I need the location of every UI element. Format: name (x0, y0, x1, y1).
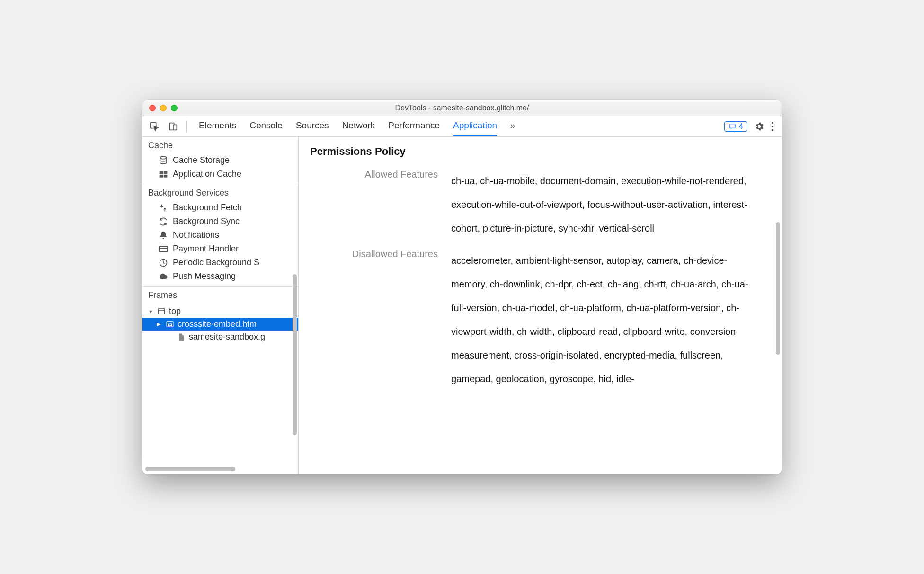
tab-console[interactable]: Console (249, 117, 283, 136)
database-icon (159, 156, 168, 165)
frame-label: samesite-sandbox.g (189, 332, 265, 342)
cache-title: Cache (142, 137, 298, 153)
chevron-down-icon: ▼ (148, 309, 154, 314)
sidebar-item-label: Application Cache (173, 169, 241, 179)
main-panel: Permissions Policy Allowed Features ch-u… (299, 137, 782, 474)
disallowed-label: Disallowed Features (310, 249, 438, 391)
sidebar-item-periodic[interactable]: Periodic Background S (142, 256, 298, 269)
card-icon (159, 244, 168, 254)
disallowed-row: Disallowed Features accelerometer, ambie… (310, 249, 763, 391)
svg-point-7 (160, 156, 166, 159)
sidebar-item-cache-storage[interactable]: Cache Storage (142, 153, 298, 167)
tab-elements[interactable]: Elements (199, 117, 236, 136)
more-tabs-button[interactable]: » (510, 117, 515, 136)
vertical-scrollbar-main[interactable] (776, 222, 780, 355)
grid-icon (159, 170, 168, 179)
close-window-button[interactable] (149, 105, 156, 111)
page-title: Permissions Policy (310, 145, 763, 158)
sidebar-item-label: Push Messaging (173, 271, 236, 281)
horizontal-scrollbar[interactable] (145, 467, 235, 471)
svg-rect-12 (160, 246, 168, 252)
sidebar-item-push[interactable]: Push Messaging (142, 269, 298, 283)
bg-group: Background Services Background Fetch Bac… (142, 184, 298, 287)
sync-icon (159, 217, 168, 226)
allowed-value: ch-ua, ch-ua-mobile, document-domain, ex… (451, 169, 763, 240)
fetch-icon (159, 203, 168, 213)
tab-network[interactable]: Network (342, 117, 375, 136)
cloud-icon (159, 272, 168, 281)
settings-icon[interactable] (754, 121, 764, 132)
sidebar: Cache Cache Storage Application Cache Ba… (142, 137, 299, 474)
tab-performance[interactable]: Performance (388, 117, 440, 136)
allowed-label: Allowed Features (310, 169, 438, 240)
frame-doc[interactable]: samesite-sandbox.g (142, 331, 298, 343)
svg-point-5 (772, 125, 773, 127)
bell-icon (159, 231, 168, 240)
minimize-window-button[interactable] (160, 105, 167, 111)
svg-rect-9 (164, 171, 168, 174)
content: Cache Cache Storage Application Cache Ba… (142, 137, 782, 474)
maximize-window-button[interactable] (171, 105, 178, 111)
window-title: DevTools - samesite-sandbox.glitch.me/ (142, 104, 782, 112)
tab-sources[interactable]: Sources (296, 117, 329, 136)
separator (186, 121, 187, 132)
sidebar-item-label: Payment Handler (173, 244, 239, 254)
chevron-right-icon: ▶ (157, 321, 162, 327)
svg-rect-3 (729, 124, 735, 128)
messages-count: 4 (739, 122, 743, 131)
frames-title: Frames (142, 287, 298, 303)
svg-point-4 (772, 121, 773, 123)
sidebar-item-label: Notifications (173, 230, 219, 240)
svg-rect-16 (168, 324, 172, 326)
tab-application[interactable]: Application (453, 117, 497, 136)
vertical-scrollbar-sidebar[interactable] (293, 274, 297, 435)
more-menu-icon[interactable] (771, 121, 774, 132)
frame-crosssite-embed[interactable]: ▶ crosssite-embed.htm (142, 318, 298, 331)
svg-rect-11 (164, 174, 168, 177)
frame-top[interactable]: ▼ top (142, 305, 298, 318)
svg-point-6 (772, 129, 773, 131)
frame-label: crosssite-embed.htm (178, 319, 257, 329)
sidebar-item-label: Periodic Background S (173, 258, 259, 268)
frame-icon (165, 320, 175, 329)
svg-rect-8 (160, 171, 163, 174)
frames-group: Frames ▼ top ▶ crosssite-emb (142, 287, 298, 381)
sidebar-item-notifications[interactable]: Notifications (142, 228, 298, 242)
traffic-lights (142, 105, 178, 111)
right-tools: 4 (724, 121, 778, 132)
svg-rect-2 (173, 125, 177, 130)
file-icon (177, 332, 186, 342)
sidebar-item-label: Cache Storage (173, 155, 230, 165)
frame-label: top (169, 306, 181, 316)
sidebar-item-bg-fetch[interactable]: Background Fetch (142, 201, 298, 215)
window-icon (157, 307, 166, 316)
tabbar: Elements Console Sources Network Perform… (142, 116, 782, 137)
clock-icon (159, 258, 168, 268)
bg-title: Background Services (142, 184, 298, 201)
allowed-row: Allowed Features ch-ua, ch-ua-mobile, do… (310, 169, 763, 240)
sidebar-item-bg-sync[interactable]: Background Sync (142, 215, 298, 228)
inspect-icon[interactable] (146, 118, 162, 135)
tabs: Elements Console Sources Network Perform… (191, 117, 721, 136)
sidebar-item-payment[interactable]: Payment Handler (142, 242, 298, 256)
sidebar-item-label: Background Sync (173, 216, 240, 226)
devtools-window: DevTools - samesite-sandbox.glitch.me/ E… (142, 100, 782, 474)
svg-rect-14 (158, 309, 165, 314)
frame-tree: ▼ top ▶ crosssite-embed.htm (142, 303, 298, 381)
titlebar: DevTools - samesite-sandbox.glitch.me/ (142, 100, 782, 116)
svg-rect-10 (160, 174, 163, 177)
disallowed-value: accelerometer, ambient-light-sensor, aut… (451, 249, 763, 391)
messages-badge[interactable]: 4 (724, 121, 747, 132)
cache-group: Cache Cache Storage Application Cache (142, 137, 298, 184)
sidebar-item-app-cache[interactable]: Application Cache (142, 167, 298, 181)
device-icon[interactable] (165, 118, 181, 135)
sidebar-item-label: Background Fetch (173, 203, 242, 213)
